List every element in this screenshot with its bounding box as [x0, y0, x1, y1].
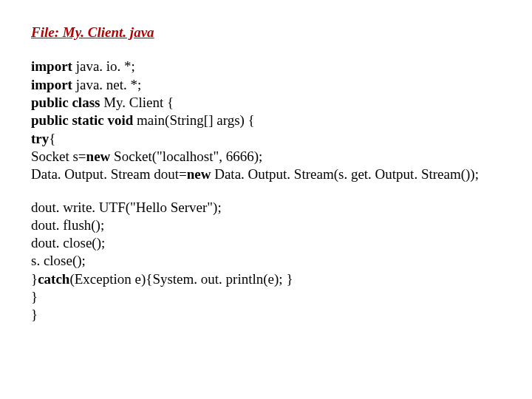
code-text: Data. Output. Stream(s. get. Output. Str…	[214, 166, 479, 182]
code-text: java. io. *;	[76, 58, 135, 74]
keyword-import: import	[31, 77, 76, 92]
code-text: java. net. *;	[76, 77, 142, 92]
code-line: public static void main(String[] args) {	[31, 112, 501, 129]
code-block-2: dout. write. UTF("Hello Server"); dout. …	[31, 199, 501, 324]
file-title: File: My. Client. java	[31, 24, 501, 41]
code-line: dout. flush();	[31, 216, 501, 234]
code-text: My. Client {	[103, 95, 174, 110]
keyword-try: try	[31, 131, 49, 146]
code-text: (Exception e){System. out. println(e); }	[69, 271, 293, 287]
code-text: main(String[] args) {	[137, 112, 255, 128]
code-line: dout. close();	[31, 234, 501, 252]
code-line: public class My. Client {	[31, 94, 501, 112]
code-text: Socket s=	[31, 149, 86, 164]
keyword-new: new	[86, 149, 114, 164]
keyword-public-static-void: public static void	[31, 112, 137, 128]
keyword-catch: catch	[38, 271, 69, 287]
code-line: import java. net. *;	[31, 76, 501, 94]
keyword-new: new	[187, 166, 214, 182]
code-line: import java. io. *;	[31, 58, 501, 75]
code-line: s. close();	[31, 252, 501, 270]
code-line: try{	[31, 130, 501, 148]
keyword-import: import	[31, 58, 76, 74]
code-line: }	[31, 288, 501, 306]
code-line: dout. write. UTF("Hello Server");	[31, 199, 501, 216]
code-block-1: import java. io. *; import java. net. *;…	[31, 58, 501, 183]
code-line: Socket s=new Socket("localhost", 6666);	[31, 148, 501, 166]
code-text: }	[31, 271, 38, 287]
code-line: }catch(Exception e){System. out. println…	[31, 270, 501, 288]
keyword-public-class: public class	[31, 95, 103, 110]
code-text: {	[49, 131, 55, 146]
code-line: Data. Output. Stream dout=new Data. Outp…	[31, 166, 501, 183]
code-text: Data. Output. Stream dout=	[31, 166, 187, 182]
code-line: }	[31, 306, 501, 324]
code-text: Socket("localhost", 6666);	[114, 149, 262, 164]
